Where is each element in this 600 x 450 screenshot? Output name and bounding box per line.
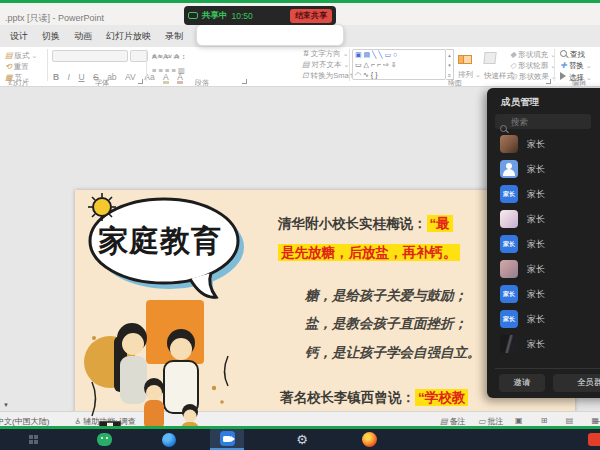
- panel-divider: [495, 368, 600, 369]
- arrange-icon-back: [463, 55, 472, 64]
- body-line-sugar[interactable]: 糖，是给孩子关爱与鼓励；: [305, 287, 467, 305]
- arrange-button[interactable]: 排列: [458, 50, 481, 80]
- search-icon: [560, 50, 567, 57]
- group-separator: [349, 49, 350, 81]
- wechat-icon: [97, 433, 112, 446]
- taskbar-firefox[interactable]: [355, 429, 383, 450]
- avatar-photo: [500, 260, 518, 278]
- reset-button[interactable]: ⟲重置: [5, 62, 29, 72]
- font-color-button[interactable]: A: [177, 74, 183, 84]
- share-timer: 10:50: [232, 11, 253, 21]
- member-row[interactable]: 家长: [487, 207, 600, 232]
- shapes-row-3[interactable]: ◠ ∿ { }: [353, 70, 445, 80]
- paragraph-list-buttons[interactable]: ≡ ≡ ⇐ ⇒ ↕: [152, 52, 185, 61]
- group-separator: [47, 49, 48, 81]
- highlight-color-button[interactable]: A: [163, 74, 169, 84]
- layout-button[interactable]: ▤版式: [5, 51, 37, 61]
- quote1-line2[interactable]: 是先放糖，后放盐，再补钙。: [278, 243, 460, 262]
- shape-outline-button[interactable]: ◇形状轮廓: [510, 61, 556, 71]
- underline-button[interactable]: U: [78, 72, 84, 82]
- camera-icon: [223, 436, 231, 442]
- end-share-button[interactable]: 结束共享: [290, 9, 332, 23]
- text-direction-button[interactable]: ⇅文字方向: [302, 49, 349, 59]
- video-meeting-icon: [220, 431, 235, 446]
- align-text-icon: ▤: [302, 60, 310, 69]
- start-button[interactable]: [20, 429, 48, 450]
- paragraph-align-buttons[interactable]: ≡ ≡ ≡ ≡ ▥: [152, 66, 185, 75]
- panel-title: 成员管理: [501, 96, 539, 109]
- replace-button[interactable]: ✚替换: [560, 61, 592, 71]
- select-arrow-icon: [560, 72, 566, 80]
- zoom-out-button[interactable]: —: [594, 416, 600, 425]
- group-separator: [554, 49, 555, 81]
- taskbar-wechat[interactable]: [90, 429, 118, 450]
- shapes-row-1[interactable]: ▣ ▤ ╲ ╲ ▭ ○: [353, 50, 445, 60]
- member-row[interactable]: 家长 家长: [487, 282, 600, 307]
- text-direction-icon: ⇅: [302, 49, 309, 58]
- find-button[interactable]: 查找: [560, 50, 585, 60]
- collapse-arrow-icon[interactable]: ▼: [3, 402, 9, 408]
- view-buttons[interactable]: ▣ ⊞ ▤ ▦: [515, 416, 600, 425]
- member-row[interactable]: 家长: [487, 257, 600, 282]
- quote1-text[interactable]: 清华附小校长实桂梅说：“最: [278, 215, 453, 233]
- font-dialog-launcher-icon[interactable]: [138, 79, 143, 84]
- avatar-person-icon: [500, 160, 518, 178]
- avatar-photo: [500, 135, 518, 153]
- smartart-icon: ⊡: [302, 71, 309, 80]
- tab-animations[interactable]: 动画: [67, 25, 99, 47]
- tab-design[interactable]: 设计: [3, 25, 35, 47]
- shapes-gallery[interactable]: ▣ ▤ ╲ ╲ ▭ ○ ▭ △ ⌐ ⌐ ⇨ ⇩ ◠ ∿ { }: [352, 49, 446, 80]
- taskbar: ⚙: [0, 429, 600, 450]
- member-management-panel: 成员管理 家长 家长 家长 家长 家长 家长 家长 家长 家长 家长: [487, 88, 600, 398]
- layout-icon: ▤: [5, 51, 13, 60]
- member-row[interactable]: 家长: [487, 332, 600, 357]
- avatar-text-badge: 家长: [500, 285, 518, 303]
- avatar-text-badge: 家长: [500, 185, 518, 203]
- shape-outline-icon: ◇: [510, 61, 516, 70]
- gear-icon: ⚙: [296, 433, 308, 446]
- reset-icon: ⟲: [5, 62, 12, 71]
- slide-title[interactable]: 家庭教育: [98, 221, 222, 262]
- avatar-photo: [500, 335, 518, 353]
- member-row[interactable]: 家长 家长: [487, 232, 600, 257]
- member-row[interactable]: 家长 家长: [487, 182, 600, 207]
- taskbar-settings[interactable]: ⚙: [288, 429, 316, 450]
- body-line-calcium[interactable]: 钙，是让孩子学会自强自立。: [305, 344, 481, 362]
- accessibility-icon: ♿: [74, 417, 81, 426]
- shapes-row-2[interactable]: ▭ △ ⌐ ⌐ ⇨ ⇩: [353, 60, 445, 70]
- group-call-button[interactable]: 全员群呼: [553, 374, 600, 392]
- align-text-button[interactable]: ▤对齐文本: [302, 60, 349, 70]
- share-status-bar: 共享中 10:50 结束共享: [184, 6, 336, 25]
- taskbar-meeting-app-active[interactable]: [210, 429, 244, 450]
- char-spacing-button[interactable]: AV: [125, 72, 136, 82]
- quote2-text[interactable]: 著名校长李镇西曾说：“学校教: [280, 389, 468, 407]
- member-row[interactable]: 家长 家长: [487, 307, 600, 332]
- drawing-dialog-launcher-icon[interactable]: [546, 79, 551, 84]
- invite-button[interactable]: 邀请: [499, 374, 545, 392]
- comments-icon: ▭: [478, 417, 486, 426]
- bold-button[interactable]: B: [53, 72, 59, 82]
- font-name-combobox[interactable]: [52, 50, 128, 62]
- body-line-salt[interactable]: 盐，是教会孩子直面挫折；: [305, 315, 467, 333]
- replace-icon: ✚: [560, 61, 567, 70]
- quote2-highlight: “学校教: [415, 389, 468, 406]
- windows-logo-icon: [29, 435, 39, 445]
- member-search-input[interactable]: [495, 114, 591, 129]
- paragraph-dialog-launcher-icon[interactable]: [242, 79, 247, 84]
- tray-notification-icon[interactable]: [588, 433, 600, 446]
- shape-fill-button[interactable]: ◆形状填充: [510, 50, 556, 60]
- tab-transitions[interactable]: 切换: [35, 25, 67, 47]
- avatar-text-badge: 家长: [500, 235, 518, 253]
- quick-styles-icon: [483, 52, 496, 64]
- shapes-gallery-scroll[interactable]: ▴▾≡: [446, 49, 454, 80]
- member-row[interactable]: 家长: [487, 132, 600, 157]
- member-row[interactable]: 家长: [487, 157, 600, 182]
- taskbar-browser[interactable]: [155, 429, 183, 450]
- tab-record[interactable]: 录制: [158, 25, 190, 47]
- share-status-text: 共享中: [202, 10, 228, 22]
- shape-fill-icon: ◆: [510, 50, 516, 59]
- sun-icon: [88, 193, 116, 221]
- tab-slideshow[interactable]: 幻灯片放映: [99, 25, 158, 47]
- screen-share-icon: [188, 12, 198, 19]
- italic-button[interactable]: I: [68, 72, 70, 82]
